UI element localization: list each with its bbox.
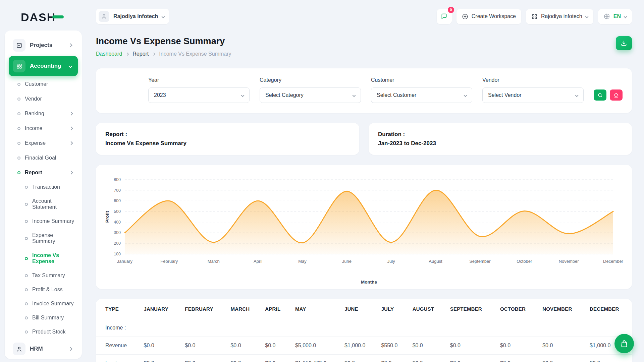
select-value: Select Vendor: [488, 92, 522, 98]
column-header: MARCH: [226, 299, 260, 319]
bullet-icon: [25, 203, 28, 206]
account-menu[interactable]: Rajodiya infotech: [526, 9, 593, 24]
sidebar-item-hrm[interactable]: HRM: [9, 340, 78, 358]
sidebar-item-transaction[interactable]: Transaction: [9, 181, 78, 193]
table-row: Invoice$0.0$0.0$0.0$0.0$1,152,469.0$0.0$…: [96, 354, 632, 362]
sidebar-item-accounting[interactable]: Accounting: [9, 56, 78, 76]
svg-text:Months: Months: [361, 280, 377, 285]
sidebar-item-label: Banking: [25, 111, 44, 117]
category-select[interactable]: Select Category: [260, 87, 361, 103]
svg-text:June: June: [342, 259, 352, 264]
sidebar-item-income-vs-expense[interactable]: Income Vs Expense: [9, 249, 78, 268]
year-select[interactable]: 2023: [148, 87, 250, 103]
chevron-down-icon: [585, 15, 588, 18]
messenger-button[interactable]: 0: [437, 9, 452, 24]
bullet-icon: [25, 237, 28, 240]
table-row: Revenue$0.0$0.0$0.0$0.0$5,000.0$1,000.0$…: [96, 337, 632, 354]
section-label: Income :: [96, 319, 632, 337]
svg-text:May: May: [298, 259, 307, 264]
cell-value: $0.0: [260, 337, 290, 354]
sidebar-item-customer[interactable]: Customer: [9, 77, 78, 91]
cell-value: $0.0: [445, 337, 495, 354]
column-header: OCTOBER: [495, 299, 538, 319]
sidebar-item-product-stock[interactable]: Product Stock: [9, 325, 78, 338]
cell-value: $0.0: [495, 337, 538, 354]
filter-label: Vendor: [482, 77, 584, 83]
brand-name: DASH: [21, 11, 56, 23]
svg-text:March: March: [208, 259, 220, 264]
duration-card-value: Jan-2023 to Dec-2023: [378, 140, 623, 147]
bullet-icon: [25, 186, 28, 189]
vendor-select[interactable]: Select Vendor: [482, 87, 584, 103]
breadcrumb-item[interactable]: Report: [132, 51, 149, 57]
cell-value: $0.0: [445, 354, 495, 362]
sidebar-item-account-statement[interactable]: Account Statement: [9, 195, 78, 214]
sidebar-item-report[interactable]: Report: [9, 166, 78, 179]
language-menu[interactable]: EN: [598, 9, 632, 24]
column-header: JULY: [376, 299, 408, 319]
bullet-icon: [25, 288, 28, 291]
language-label: EN: [613, 13, 621, 19]
sidebar-item-label: Income Summary: [32, 218, 74, 224]
sidebar-item-label: Tax Summary: [32, 273, 65, 279]
bullet-icon: [17, 98, 20, 101]
svg-text:700: 700: [114, 188, 121, 193]
brand-logo[interactable]: DASH: [0, 0, 62, 28]
breadcrumb-item[interactable]: Dashboard: [96, 51, 122, 57]
sidebar-item-bill-summary[interactable]: Bill Summary: [9, 311, 78, 324]
sidebar-item-expense-summary[interactable]: Expense Summary: [9, 229, 78, 248]
cell-value: $0.0: [495, 354, 538, 362]
sidebar-item-finacial-goal[interactable]: Finacial Goal: [9, 151, 78, 165]
sidebar-item-income-summary[interactable]: Income Summary: [9, 215, 78, 228]
workspace-selector[interactable]: Rajodiya infotech: [96, 9, 169, 24]
column-header: SEPTEMBER: [445, 299, 495, 319]
create-workspace-button[interactable]: Create Workspace: [457, 9, 521, 24]
breadcrumb-separator-icon: [152, 52, 156, 56]
report-card-label: Report :: [105, 131, 350, 138]
sidebar-item-label: Income Vs Expense: [32, 252, 74, 264]
filter-fields: Year2023CategorySelect CategoryCustomerS…: [148, 77, 584, 103]
column-header: JUNE: [340, 299, 376, 319]
column-header: NOVEMBER: [538, 299, 585, 319]
sidebar-item-profit-loss[interactable]: Profit & Loss: [9, 283, 78, 296]
sidebar-item-expense[interactable]: Expense: [9, 136, 78, 150]
page-title: Income Vs Expense Summary: [96, 36, 231, 47]
bullet-icon: [25, 330, 28, 334]
select-value: Select Customer: [377, 92, 416, 98]
income-expense-chart: 100200300400500600700800JanuaryFebruaryM…: [103, 174, 625, 286]
sidebar-item-vendor[interactable]: Vendor: [9, 92, 78, 106]
svg-text:300: 300: [114, 230, 121, 235]
sidebar-item-banking[interactable]: Banking: [9, 107, 78, 120]
shopping-bag-icon: [620, 339, 629, 348]
summary-cards: Report : Income Vs Expense Summary Durat…: [96, 123, 632, 155]
reset-filter-button[interactable]: [610, 89, 623, 101]
sidebar-item-label: Transaction: [32, 184, 60, 190]
sidebar-item-invoice-summary[interactable]: Invoice Summary: [9, 297, 78, 310]
column-header: APRIL: [260, 299, 290, 319]
cell-value: $0.0: [226, 354, 260, 362]
workspace-avatar-icon: [99, 11, 109, 22]
chevron-down-icon: [68, 64, 72, 68]
bullet-icon: [25, 257, 28, 260]
chart-card: 100200300400500600700800JanuaryFebruaryM…: [96, 165, 632, 289]
apply-filter-button[interactable]: [594, 89, 606, 101]
bullet-icon: [17, 171, 20, 174]
svg-text:December: December: [603, 259, 624, 264]
bullet-icon: [25, 220, 28, 223]
cell-value: $1,000.0: [340, 337, 376, 354]
sidebar-item-projects[interactable]: Projects: [9, 36, 78, 55]
search-icon: [597, 93, 603, 98]
sidebar-item-income[interactable]: Income: [9, 122, 78, 135]
cell-value: $5,000.0: [290, 337, 340, 354]
filter-card: Year2023CategorySelect CategoryCustomerS…: [96, 68, 632, 113]
column-header: DECEMBER: [585, 299, 632, 319]
cell-value: $0.0: [408, 354, 445, 362]
customer-select[interactable]: Select Customer: [371, 87, 472, 103]
sidebar-item-tax-summary[interactable]: Tax Summary: [9, 269, 78, 282]
download-button[interactable]: [616, 36, 632, 50]
download-icon: [621, 40, 627, 47]
addon-cart-button[interactable]: [614, 334, 634, 353]
column-header: TYPE: [96, 299, 139, 319]
bullet-icon: [25, 302, 28, 305]
cell-value: $0.0: [139, 354, 180, 362]
